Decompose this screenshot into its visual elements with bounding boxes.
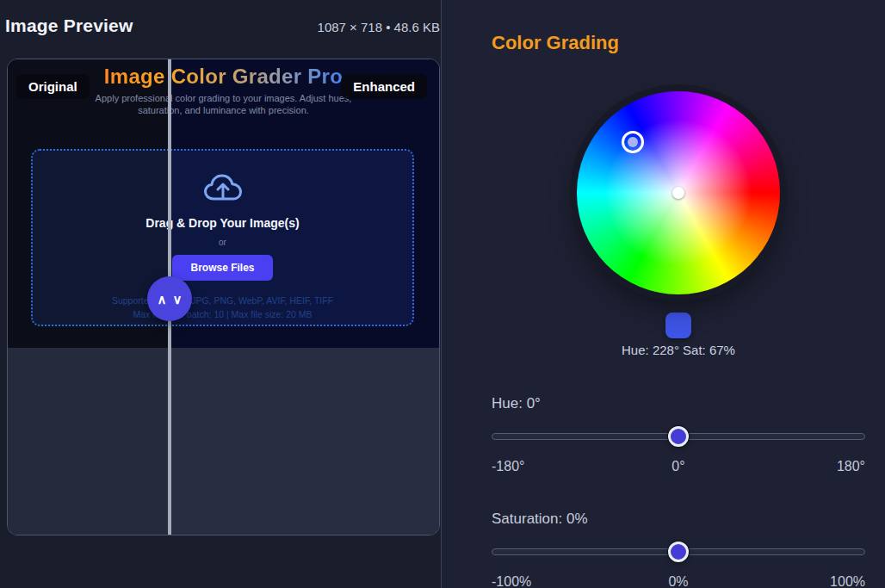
page-title: Image Preview [5, 15, 133, 36]
hue-slider-scale: -180° 0° 180° [492, 459, 865, 474]
cloud-upload-icon [203, 171, 243, 206]
hue-sat-readout: Hue: 228° Sat: 67% [492, 343, 865, 357]
saturation-slider-group: Saturation: 0% -100% 0% 100% [492, 511, 865, 588]
image-dimensions-size: 1087 × 718 • 48.6 KB [318, 20, 440, 34]
color-grading-panel: Color Grading Hue: 228° Sat: 67% Hue: 0°… [441, 0, 885, 588]
image-preview-card: Original Enhanced Image Color Grader Pro… [7, 59, 440, 535]
upload-dropzone[interactable]: Drag & Drop Your Image(s) or Browse File… [31, 149, 414, 326]
chevron-down-icon: ∨ [173, 293, 183, 306]
hue-slider-label: Hue: 0° [492, 395, 865, 412]
supported-formats-text: Supported formats: JPG, PNG, WebP, AVIF,… [112, 295, 333, 306]
hue-slider-group: Hue: 0° -180° 0° 180° [492, 395, 865, 474]
saturation-slider-thumb[interactable] [668, 542, 689, 562]
enhanced-badge: Enhanced [341, 74, 427, 99]
dropzone-or-label: or [219, 238, 226, 247]
panel-title: Color Grading [492, 31, 865, 55]
color-wheel-wrap [577, 91, 780, 294]
hue-slider-track[interactable] [492, 433, 865, 440]
preview-header: Image Preview 1087 × 718 • 48.6 KB [5, 15, 440, 36]
saturation-scale-mid: 0% [492, 574, 865, 588]
app-subtitle-line2: saturation, and luminance with precision… [8, 104, 439, 116]
selected-color-swatch [665, 313, 691, 338]
chevron-up-icon: ∧ [158, 293, 167, 306]
wheel-center-dot [672, 187, 684, 199]
original-badge: Original [16, 74, 90, 99]
saturation-slider-label: Saturation: 0% [492, 511, 865, 528]
saturation-slider-track[interactable] [492, 548, 865, 555]
wheel-selection-marker[interactable] [622, 131, 644, 153]
original-side-bottom [8, 348, 170, 535]
hue-scale-mid: 0° [492, 459, 865, 474]
enhanced-side-bottom [170, 348, 440, 535]
saturation-slider-scale: -100% 0% 100% [492, 574, 865, 588]
browse-files-button[interactable]: Browse Files [172, 255, 272, 281]
comparison-slider-handle[interactable]: ∧ ∨ [147, 276, 192, 321]
wheel-marker-dot [628, 137, 638, 147]
hue-slider-thumb[interactable] [668, 426, 689, 447]
